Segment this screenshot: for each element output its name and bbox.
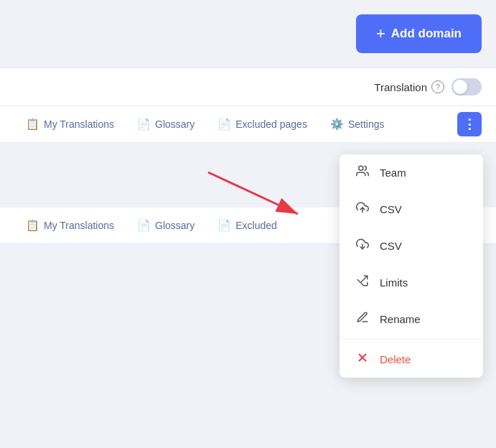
add-domain-label: Add domain bbox=[391, 27, 462, 41]
translation-label: Translation ? bbox=[374, 80, 444, 93]
translation-text: Translation bbox=[374, 81, 427, 93]
dropdown-item-csv-download[interactable]: CSV bbox=[340, 228, 483, 264]
tab-settings-label: Settings bbox=[348, 118, 385, 130]
tab2-glossary-icon: 📄 bbox=[137, 219, 151, 232]
tab2-glossary-label: Glossary bbox=[155, 220, 195, 231]
dropdown-item-limits[interactable]: Limits bbox=[340, 264, 483, 301]
svg-point-2 bbox=[359, 166, 363, 170]
my-translations-icon: 📋 bbox=[26, 118, 39, 131]
tab2-my-translations[interactable]: 📋 My Translations bbox=[14, 207, 126, 243]
tab2-my-translations-icon: 📋 bbox=[26, 219, 39, 232]
svg-line-5 bbox=[362, 276, 368, 281]
tab2-excluded[interactable]: 📄 Excluded bbox=[206, 207, 289, 243]
dropdown-delete-label: Delete bbox=[380, 353, 411, 365]
translation-toggle[interactable] bbox=[451, 78, 482, 95]
translation-bar: Translation ? bbox=[0, 67, 496, 106]
dropdown-item-delete[interactable]: Delete bbox=[340, 341, 483, 378]
glossary-icon: 📄 bbox=[137, 118, 151, 131]
tab-excluded-pages-label: Excluded pages bbox=[235, 118, 307, 130]
dropdown-divider bbox=[340, 339, 483, 340]
excluded-pages-icon: 📄 bbox=[217, 118, 231, 131]
dropdown-item-rename[interactable]: Rename bbox=[340, 301, 483, 337]
dropdown-csv-download-label: CSV bbox=[380, 240, 402, 252]
tabs-row: 📋 My Translations 📄 Glossary 📄 Excluded … bbox=[0, 106, 496, 143]
rename-icon bbox=[355, 311, 370, 327]
tab-my-translations-label: My Translations bbox=[44, 118, 114, 130]
dropdown-team-label: Team bbox=[380, 167, 406, 179]
tab2-my-translations-label: My Translations bbox=[44, 220, 114, 231]
dropdown-item-csv-upload[interactable]: CSV bbox=[340, 191, 483, 228]
tab-glossary-label: Glossary bbox=[155, 118, 195, 130]
tab-settings[interactable]: ⚙️ Settings bbox=[319, 106, 396, 142]
csv-download-icon bbox=[355, 238, 370, 254]
more-icon: ⋮ bbox=[463, 116, 476, 132]
tab-my-translations[interactable]: 📋 My Translations bbox=[14, 106, 126, 142]
dropdown-item-team[interactable]: Team bbox=[340, 154, 483, 191]
add-domain-button[interactable]: + Add domain bbox=[356, 14, 482, 53]
delete-icon bbox=[355, 351, 370, 368]
dropdown-csv-upload-label: CSV bbox=[380, 203, 402, 215]
csv-upload-icon bbox=[355, 201, 370, 218]
help-icon[interactable]: ? bbox=[431, 80, 444, 93]
dropdown-rename-label: Rename bbox=[380, 313, 421, 325]
more-options-button[interactable]: ⋮ bbox=[457, 112, 482, 136]
limits-icon bbox=[355, 274, 370, 291]
dropdown-menu: Team CSV CSV bbox=[340, 154, 483, 378]
dropdown-limits-label: Limits bbox=[380, 276, 408, 289]
settings-icon: ⚙️ bbox=[330, 118, 344, 131]
tab2-excluded-label: Excluded bbox=[235, 220, 277, 231]
tab-glossary[interactable]: 📄 Glossary bbox=[126, 106, 206, 142]
team-icon bbox=[355, 164, 370, 181]
tab-excluded-pages[interactable]: 📄 Excluded pages bbox=[206, 106, 319, 142]
top-bar: + Add domain bbox=[0, 0, 496, 67]
tab2-glossary[interactable]: 📄 Glossary bbox=[126, 207, 206, 243]
plus-icon: + bbox=[376, 24, 385, 43]
tab2-excluded-icon: 📄 bbox=[217, 219, 231, 232]
